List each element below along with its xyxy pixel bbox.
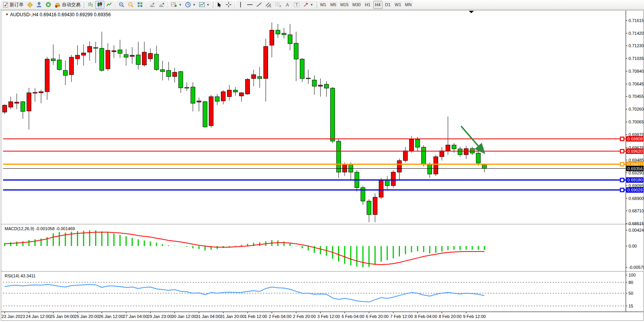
toolbar-grip [83,2,85,8]
svg-text:31 Jan 20:00: 31 Jan 20:00 [220,314,245,319]
new-order-button[interactable]: 新订单 [1,1,25,9]
candle-body-up [27,93,31,111]
new-order-icon [3,2,9,8]
periods-button[interactable]: ▼ [183,1,197,9]
svg-text:7 Feb 12:00: 7 Feb 12:00 [390,314,413,319]
candle-body-down [385,180,389,186]
text-label-tool-button[interactable]: T [292,1,301,9]
timeframe-M30[interactable]: M30 [351,1,362,9]
candle-body-down [452,145,456,149]
bar-chart-button[interactable] [86,1,95,9]
candle-body-up [39,92,43,93]
rsi-header: RSI(14) 43.3411 [5,273,36,278]
market-button[interactable] [44,1,53,9]
arrows-tool-button[interactable]: ▼ [301,1,315,9]
candle-body-down [191,87,195,103]
svg-text:-0.005709: -0.005709 [629,265,644,270]
candle-body-down [422,147,426,164]
svg-text:0.70455: 0.70455 [629,94,644,99]
candle-body-down [330,88,335,141]
autotrading-button[interactable]: 自动交易 [53,1,82,9]
main-toolbar: 新订单 自动交易 [0,0,644,10]
svg-text:0.69620: 0.69620 [627,149,643,154]
timeframe-D1[interactable]: D1 [383,1,393,9]
dropdown-arrow-icon: ▼ [179,3,182,7]
candle-body-up [403,151,408,161]
timeframe-M1[interactable]: M1 [319,1,328,9]
timeframe-M5[interactable]: M5 [329,1,338,9]
mql5-button[interactable] [25,1,34,9]
svg-text:15: 15 [629,304,633,308]
svg-text:0.004243: 0.004243 [629,228,644,232]
horizontal-line-tool-button[interactable] [245,1,255,9]
candle-body-up [82,53,86,55]
crosshair-tool-button[interactable] [224,1,233,9]
fibonacci-tool-button[interactable]: F [273,1,283,9]
svg-text:25 Jan 04:00: 25 Jan 04:00 [50,314,75,319]
text-tool-button[interactable]: A [283,1,292,9]
candle-body-down [185,87,189,88]
templates-button[interactable]: ▼ [197,1,211,9]
candle-body-up [373,197,377,215]
channel-tool-button[interactable]: E [264,1,273,9]
auto-scroll-button[interactable] [148,1,157,9]
svg-text:0.68710: 0.68710 [629,208,644,213]
chart-canvas[interactable]: 0.716150.714200.712300.710350.708400.706… [0,10,644,323]
candle-body-up [197,101,201,102]
line-chart-icon [106,2,112,8]
candle-body-up [106,50,110,69]
candle-body-down [348,164,353,172]
candle-body-down [203,102,207,127]
line-chart-button[interactable] [104,1,114,9]
svg-text:100: 100 [629,273,635,277]
timeframe-M15[interactable]: M15 [339,1,350,9]
symbol-name: AUDUSD-,H4 [10,12,38,17]
zoom-out-button[interactable] [126,1,135,9]
zoom-in-button[interactable] [117,1,126,9]
candle-body-up [142,52,147,65]
cursor-tool-button[interactable] [215,1,224,9]
vertical-line-tool-button[interactable] [236,1,245,9]
svg-text:8 Feb 20:00: 8 Feb 20:00 [439,314,461,319]
trendline-tool-button[interactable] [255,1,264,9]
candle-body-up [270,30,274,45]
svg-text:E: E [270,5,272,8]
svg-text:31 Jan 04:00: 31 Jan 04:00 [196,314,220,319]
candle-body-down [57,60,61,70]
timeframe-H1[interactable]: H1 [363,1,372,9]
vertical-line-icon [238,2,243,8]
indicators-button[interactable]: ▼ [169,1,183,9]
macd-header: MACD(12,26,9) -0.001058 -0.001469 [5,226,75,231]
candle-body-down [288,35,292,44]
candle-body-up [251,75,256,79]
svg-text:8 Feb 04:00: 8 Feb 04:00 [415,314,437,319]
svg-text:0.68900: 0.68900 [629,196,644,201]
auto-scroll-icon [149,2,155,8]
candle-body-down [100,48,104,70]
signals-button[interactable] [34,1,44,9]
candle-body-up [464,149,468,155]
svg-text:T: T [296,3,298,7]
candlestick-chart-button[interactable] [95,1,104,9]
svg-text:0.68515: 0.68515 [629,221,644,226]
svg-text:1 Feb 12:00: 1 Feb 12:00 [244,314,267,319]
candle-body-down [312,80,316,86]
candle-body-down [300,59,304,79]
dropdown-arrow-icon: ▼ [193,3,196,7]
indicators-add-icon [171,2,177,8]
bar-chart-icon [87,2,94,8]
timeframe-MN[interactable]: MN [403,1,413,9]
equidistant-channel-icon: E [265,2,272,8]
toolbar-grip [212,2,214,8]
svg-text:9 Feb 12:00: 9 Feb 12:00 [463,314,486,319]
candle-body-up [246,79,250,94]
candle-body-down [161,70,165,72]
timeframe-H4[interactable]: H4 [373,1,383,9]
chart-shift-button[interactable] [157,1,166,9]
tile-windows-button[interactable] [135,1,145,9]
timeframe-W1[interactable]: W1 [393,1,403,9]
candle-body-down [215,97,219,101]
macd-title: MACD(12,26,9) [5,226,34,231]
timeframe-group: M1M5M15M30H1H4D1W1MN [319,1,413,9]
symbol-dropdown-icon[interactable]: ▼ [5,13,9,16]
